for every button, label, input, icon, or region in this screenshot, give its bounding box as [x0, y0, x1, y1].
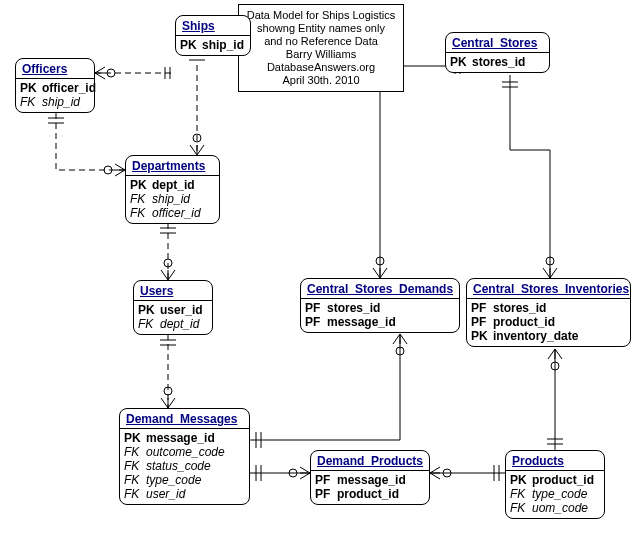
entity-departments: Departments PKdept_idFKship_idFKofficer_…	[125, 155, 220, 224]
column-name: user_id	[160, 303, 203, 317]
entity-column: FKtype_code	[510, 487, 600, 501]
entity-column: FKstatus_code	[124, 459, 245, 473]
column-name: user_id	[146, 487, 185, 501]
entity-users: Users PKuser_idFKdept_id	[133, 280, 213, 335]
column-key-type: FK	[20, 95, 42, 109]
entity-title: Products	[506, 451, 604, 471]
note-line: showng Entity names only	[245, 22, 397, 35]
column-key-type: PK	[450, 55, 472, 69]
entity-column: FKship_id	[20, 95, 90, 109]
column-name: message_id	[327, 315, 396, 329]
column-key-type: FK	[130, 206, 152, 220]
column-key-type: FK	[130, 192, 152, 206]
column-name: dept_id	[160, 317, 199, 331]
entity-title: Departments	[126, 156, 219, 176]
column-name: inventory_date	[493, 329, 578, 343]
column-key-type: PK	[510, 473, 532, 487]
entity-column: PFstores_id	[305, 301, 455, 315]
entity-column: PKstores_id	[450, 55, 545, 69]
column-key-type: FK	[124, 459, 146, 473]
entity-products: Products PKproduct_idFKtype_codeFKuom_co…	[505, 450, 605, 519]
entity-title: Central_Stores	[446, 33, 549, 53]
note-line: Data Model for Ships Logistics	[245, 9, 397, 22]
column-key-type: PK	[471, 329, 493, 343]
entity-column: FKuser_id	[124, 487, 245, 501]
column-name: stores_id	[472, 55, 525, 69]
column-name: outcome_code	[146, 445, 225, 459]
column-name: uom_code	[532, 501, 588, 515]
column-name: officer_id	[152, 206, 201, 220]
note-line: DatabaseAnswers.org	[245, 61, 397, 74]
column-key-type: PF	[471, 301, 493, 315]
entity-column: FKship_id	[130, 192, 215, 206]
column-name: stores_id	[493, 301, 546, 315]
column-name: type_code	[146, 473, 201, 487]
entity-column: PFproduct_id	[471, 315, 626, 329]
column-key-type: PK	[130, 178, 152, 192]
column-key-type: PF	[305, 315, 327, 329]
entity-column: PFmessage_id	[305, 315, 455, 329]
entity-title: Central_Stores_Inventories	[467, 279, 630, 299]
entity-column: PFproduct_id	[315, 487, 425, 501]
entity-column: PFmessage_id	[315, 473, 425, 487]
entity-column: FKofficer_id	[130, 206, 215, 220]
entity-column: PKship_id	[180, 38, 246, 52]
column-name: product_id	[337, 487, 399, 501]
diagram-note: Data Model for Ships Logistics showng En…	[238, 4, 404, 92]
column-key-type: FK	[124, 487, 146, 501]
entity-column: PKdept_id	[130, 178, 215, 192]
column-key-type: PK	[124, 431, 146, 445]
column-key-type: PK	[138, 303, 160, 317]
column-key-type: FK	[138, 317, 160, 331]
entity-central-stores: Central_Stores PKstores_id	[445, 32, 550, 73]
entity-column: FKoutcome_code	[124, 445, 245, 459]
entity-column: FKtype_code	[124, 473, 245, 487]
entity-column: FKuom_code	[510, 501, 600, 515]
column-name: ship_id	[42, 95, 80, 109]
column-name: status_code	[146, 459, 211, 473]
column-key-type: FK	[124, 473, 146, 487]
note-line: April 30th. 2010	[245, 74, 397, 87]
column-name: stores_id	[327, 301, 380, 315]
column-name: product_id	[493, 315, 555, 329]
entity-title: Ships	[176, 16, 250, 36]
column-key-type: PF	[315, 473, 337, 487]
column-name: message_id	[146, 431, 215, 445]
entity-demand-products: Demand_Products PFmessage_idPFproduct_id	[310, 450, 430, 505]
column-name: ship_id	[202, 38, 244, 52]
column-name: dept_id	[152, 178, 195, 192]
entity-column: PKuser_id	[138, 303, 208, 317]
entity-column: PKofficer_id	[20, 81, 90, 95]
entity-column: PKproduct_id	[510, 473, 600, 487]
column-name: product_id	[532, 473, 594, 487]
entity-central-stores-inventories: Central_Stores_Inventories PFstores_idPF…	[466, 278, 631, 347]
entity-title: Officers	[16, 59, 94, 79]
entity-central-stores-demands: Central_Stores_Demands PFstores_idPFmess…	[300, 278, 460, 333]
entity-column: PKinventory_date	[471, 329, 626, 343]
entity-column: PFstores_id	[471, 301, 626, 315]
column-name: type_code	[532, 487, 587, 501]
note-line: Barry Williams	[245, 48, 397, 61]
column-key-type: FK	[510, 487, 532, 501]
column-key-type: PF	[315, 487, 337, 501]
entity-column: PKmessage_id	[124, 431, 245, 445]
entity-title: Demand_Products	[311, 451, 429, 471]
column-key-type: PK	[180, 38, 202, 52]
column-key-type: PF	[471, 315, 493, 329]
entity-demand-messages: Demand_Messages PKmessage_idFKoutcome_co…	[119, 408, 250, 505]
column-name: officer_id	[42, 81, 96, 95]
note-line: and no Reference Data	[245, 35, 397, 48]
entity-column: FKdept_id	[138, 317, 208, 331]
column-name: message_id	[337, 473, 406, 487]
entity-title: Demand_Messages	[120, 409, 249, 429]
column-name: ship_id	[152, 192, 190, 206]
column-key-type: PK	[20, 81, 42, 95]
column-key-type: PF	[305, 301, 327, 315]
column-key-type: FK	[124, 445, 146, 459]
entity-title: Users	[134, 281, 212, 301]
entity-title: Central_Stores_Demands	[301, 279, 459, 299]
entity-ships: Ships PKship_id	[175, 15, 251, 56]
entity-officers: Officers PKofficer_idFKship_id	[15, 58, 95, 113]
column-key-type: FK	[510, 501, 532, 515]
